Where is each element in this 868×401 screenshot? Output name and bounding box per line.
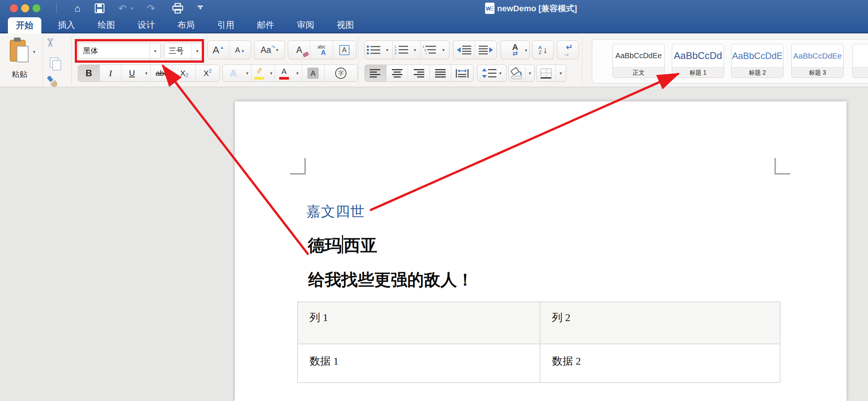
style-sample: AaBbCcDdEe (613, 44, 664, 67)
grow-font-button[interactable]: A▲ (208, 41, 229, 59)
font-color-bar (279, 77, 289, 80)
table-data-cell[interactable]: 数据 2 (540, 344, 780, 382)
undo-icon[interactable]: ↶ (117, 0, 128, 17)
home-icon[interactable]: ⌂ (72, 0, 83, 17)
align-center-button[interactable] (387, 65, 408, 81)
style-card-heading3[interactable]: AaBbCcDdEe 标题 3 (791, 44, 844, 78)
subscript-button[interactable]: X2 (173, 65, 196, 81)
tab-insert[interactable]: 插入 (50, 17, 83, 33)
italic-button[interactable]: I (100, 65, 122, 81)
justify-button[interactable] (430, 65, 452, 81)
text-cursor (342, 235, 343, 254)
decrease-indent-button[interactable] (454, 41, 475, 59)
table-header-cell[interactable]: 列 2 (540, 302, 780, 344)
style-card-heading2[interactable]: AaBbCcDdE 标题 2 (731, 44, 783, 78)
show-formatting-marks-button[interactable]: ↵ → (557, 41, 579, 59)
borders-button[interactable] (537, 65, 556, 81)
sort-button[interactable]: A Z ↓ (532, 41, 554, 59)
style-card-partial[interactable]: AaB (852, 44, 868, 78)
case-arrow-icon: ↷ (272, 45, 275, 50)
paste-button[interactable] (9, 38, 30, 65)
text-effects-caret-icon[interactable]: ▾ (244, 65, 251, 81)
shading-group: ▾ (508, 65, 535, 82)
line-spacing-button[interactable]: ▾ (477, 65, 507, 82)
character-shading-button[interactable]: A (302, 65, 325, 81)
highlight-caret-icon[interactable]: ▾ (268, 65, 275, 81)
tab-draw[interactable]: 绘图 (89, 17, 123, 33)
tab-review[interactable]: 审阅 (289, 17, 322, 33)
eraser-icon (302, 51, 309, 57)
highlight-color-bar (254, 77, 264, 80)
text-effects-button[interactable]: A (223, 65, 244, 81)
align-right-button[interactable] (408, 65, 430, 81)
font-name-caret-icon[interactable]: ▾ (150, 43, 160, 59)
increase-indent-button[interactable] (475, 41, 496, 59)
bullets-button[interactable] (365, 41, 382, 59)
tab-mailings[interactable]: 邮件 (249, 17, 283, 33)
strikethrough-button[interactable]: abc (151, 65, 173, 81)
tab-home[interactable]: 开始 (8, 17, 41, 33)
asian-layout-button[interactable]: A ⇄ ▾ (501, 41, 530, 59)
copy-icon[interactable] (50, 57, 61, 70)
doc-paragraph-1[interactable]: 德玛西亚 (308, 234, 377, 257)
paste-label[interactable]: 粘贴 (5, 69, 34, 80)
superscript-button[interactable]: X2 (196, 65, 219, 81)
highlighter-pen-icon: ✎ (255, 66, 264, 77)
tab-view[interactable]: 视图 (328, 17, 362, 33)
font-color-caret-icon[interactable]: ▾ (293, 65, 302, 81)
highlight-button[interactable]: ✎ (251, 65, 268, 81)
style-card-normal[interactable]: AaBbCcDdEe 正文 (612, 44, 665, 78)
underline-caret-icon[interactable]: ▾ (142, 65, 151, 81)
character-border-button[interactable]: A (333, 41, 356, 59)
save-icon[interactable] (95, 3, 104, 13)
shrink-font-button[interactable]: A▼ (229, 41, 251, 59)
doc-paragraph-2[interactable]: 给我找些更强的敌人！ (308, 269, 473, 291)
svg-text:3: 3 (395, 51, 396, 55)
bullets-caret-icon[interactable]: ▾ (382, 41, 393, 59)
table-data-cell[interactable]: 数据 1 (298, 344, 540, 382)
undo-caret-icon[interactable]: ▾ (129, 0, 135, 17)
table-header-cell[interactable]: 列 1 (298, 302, 540, 344)
numbering-caret-icon[interactable]: ▾ (410, 41, 421, 59)
paste-caret-icon[interactable]: ▾ (33, 49, 35, 54)
style-card-heading1[interactable]: AaBbCcDd 标题 1 (672, 44, 724, 78)
align-left-button[interactable] (365, 65, 387, 81)
clear-formatting-button[interactable]: A (288, 41, 310, 59)
multilevel-list-button[interactable]: 1ai (421, 41, 438, 59)
shading-button[interactable] (509, 65, 526, 81)
borders-caret-icon[interactable]: ▾ (556, 65, 566, 81)
doc-table[interactable]: 列 1 列 2 数据 1 数据 2 (297, 302, 780, 383)
style-label (853, 67, 868, 78)
change-case-button[interactable]: Aa ↷ ▾ (254, 41, 285, 59)
indent-group (453, 41, 497, 59)
underline-button[interactable]: U (121, 65, 142, 81)
doc-heading[interactable]: 嘉文四世 (306, 202, 365, 221)
paste-clip-icon (14, 38, 21, 42)
zoom-window-button[interactable] (32, 4, 41, 12)
customize-toolbar-caret-icon[interactable]: ▾ (196, 0, 204, 17)
tab-design[interactable]: 设计 (129, 17, 163, 33)
font-size-caret-icon[interactable]: ▾ (192, 43, 203, 59)
shading-caret-icon[interactable]: ▾ (526, 65, 534, 81)
font-color-button[interactable]: A (275, 65, 293, 81)
font-name-value[interactable]: 黑体 (79, 43, 150, 59)
font-size-value[interactable]: 三号 (164, 43, 192, 59)
close-window-button[interactable] (10, 4, 18, 12)
font-size-combobox[interactable]: 三号 ▾ (164, 43, 203, 59)
style-sample: AaBbCcDdE (732, 44, 783, 67)
bold-button[interactable]: B (78, 65, 100, 81)
svg-text:i: i (426, 51, 426, 55)
distribute-text-button[interactable] (451, 65, 473, 81)
print-icon[interactable] (172, 3, 183, 14)
list-group: ▾ 123 ▾ 1ai ▾ (364, 41, 449, 59)
tab-references[interactable]: 引用 (209, 17, 243, 33)
minimize-window-button[interactable] (21, 4, 29, 12)
font-name-combobox[interactable]: 黑体 ▾ (78, 43, 161, 59)
multilevel-caret-icon[interactable]: ▾ (438, 41, 449, 59)
enclose-characters-button[interactable]: 字 (325, 65, 358, 81)
numbering-button[interactable]: 123 (393, 41, 410, 59)
cut-icon[interactable]: ✂ (43, 38, 57, 48)
tab-layout[interactable]: 布局 (169, 17, 203, 33)
phonetic-guide-button[interactable]: abc A (310, 41, 333, 59)
redo-icon[interactable]: ↷ (146, 0, 156, 17)
